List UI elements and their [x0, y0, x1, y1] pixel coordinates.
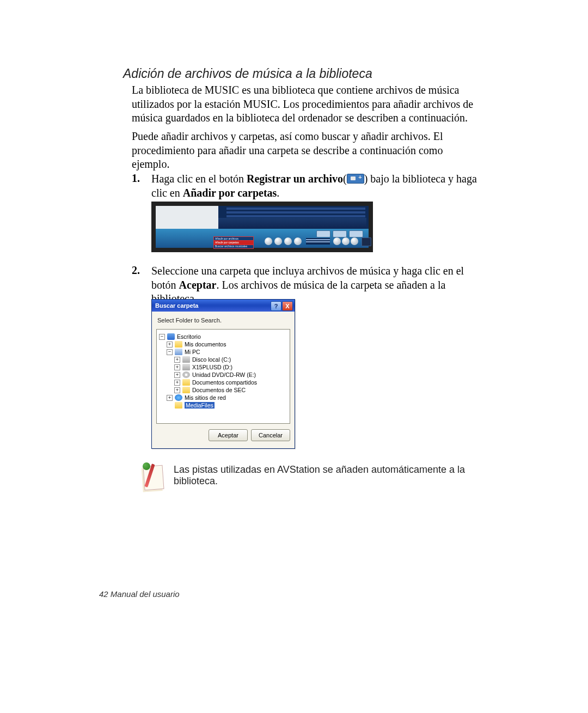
- tree-label-selected: MediaFiles: [185, 402, 215, 409]
- page-number: 42: [99, 589, 108, 599]
- step-1-prefix: Haga clic en el botón: [151, 173, 247, 185]
- player-mid-bar: [218, 218, 366, 229]
- tree-row-shared-docs[interactable]: Documentos compartidos: [159, 379, 287, 386]
- expand-icon[interactable]: [174, 364, 180, 370]
- folder-icon: [175, 402, 182, 409]
- cancel-button[interactable]: Cancelar: [251, 429, 290, 441]
- step-1-number: 1.: [132, 172, 140, 185]
- progress-indicator: [306, 238, 330, 245]
- computer-icon: [175, 349, 182, 355]
- tree-label: X15PLUSD (D:): [192, 364, 232, 370]
- player-screenshot: Añadir por archivos Añadir por carpetas …: [151, 202, 373, 252]
- folder-icon: [182, 387, 190, 393]
- register-file-menu[interactable]: Añadir por archivos Añadir por carpetas …: [213, 236, 254, 249]
- expand-icon[interactable]: [159, 334, 165, 340]
- help-button[interactable]: ?: [271, 301, 281, 311]
- tree-row-desktop[interactable]: Escritorio: [159, 333, 287, 340]
- mode-button-1[interactable]: [362, 237, 371, 246]
- expand-icon[interactable]: [174, 387, 180, 393]
- tree-label: Documentos compartidos: [192, 379, 257, 386]
- player-top-bars: [226, 208, 365, 217]
- tree-row-drive-d[interactable]: X15PLUSD (D:): [159, 363, 287, 371]
- pill-button-1[interactable]: [316, 230, 330, 237]
- expand-icon[interactable]: [167, 395, 173, 401]
- menu-item-add-by-folders[interactable]: Añadir por carpetas: [214, 241, 253, 245]
- tree-row-my-pc[interactable]: Mi PC: [159, 348, 287, 356]
- tree-label: Escritorio: [177, 333, 201, 340]
- ok-button[interactable]: Aceptar: [209, 429, 248, 441]
- dialog-titlebar[interactable]: Buscar carpeta ? X: [152, 300, 295, 312]
- folder-icon: [182, 379, 190, 386]
- register-file-label: Registrar un archivo: [247, 173, 343, 185]
- footer-label: Manual del usuario: [108, 589, 180, 599]
- drive-icon: [182, 356, 190, 363]
- step-1-suffix: .: [277, 187, 279, 199]
- expand-icon[interactable]: [174, 357, 180, 363]
- browse-folder-dialog: Buscar carpeta ? X Select Folder to Sear…: [151, 299, 295, 449]
- page-footer: 42 Manual del usuario: [99, 589, 180, 599]
- note-icon: [140, 462, 164, 491]
- add-by-folders-label: Añadir por carpetas: [183, 187, 277, 199]
- note-text: Las pistas utilizadas en AVStation se añ…: [174, 464, 480, 487]
- expand-icon[interactable]: [174, 372, 180, 378]
- desktop-icon: [167, 333, 175, 340]
- close-button[interactable]: X: [282, 301, 293, 311]
- vol-button-1[interactable]: [333, 237, 341, 245]
- tree-row-my-documents[interactable]: Mis documentos: [159, 340, 287, 348]
- pill-button-3[interactable]: [349, 230, 363, 237]
- expand-icon[interactable]: [174, 380, 180, 386]
- menu-item-add-by-files[interactable]: Añadir por archivos: [214, 237, 253, 241]
- tree-label: Disco local (C:): [192, 356, 231, 363]
- prev-button[interactable]: [294, 237, 302, 245]
- tree-label: Documentos de SEC: [192, 387, 246, 393]
- drive-icon: [182, 364, 190, 370]
- vol-button-2[interactable]: [342, 237, 350, 245]
- accept-label: Aceptar: [179, 279, 217, 291]
- tree-label: Mis sitios de red: [185, 394, 226, 401]
- tree-label: Mi PC: [185, 349, 200, 355]
- tree-row-dvd[interactable]: Unidad DVD/CD-RW (E:): [159, 371, 287, 379]
- tree-row-mediafiles[interactable]: MediaFiles: [159, 401, 287, 409]
- play-button[interactable]: [265, 237, 272, 245]
- step-2-number: 2.: [132, 264, 140, 277]
- menu-item-search-music[interactable]: Buscar archivos musicales: [214, 245, 253, 248]
- tree-label: Mis documentos: [185, 341, 226, 348]
- tree-row-sec-docs[interactable]: Documentos de SEC: [159, 386, 287, 394]
- vol-button-3[interactable]: [351, 237, 358, 245]
- register-file-icon: [347, 174, 364, 184]
- paragraph-1: La biblioteca de MUSIC es una biblioteca…: [132, 83, 480, 125]
- paren-close: ): [364, 173, 371, 185]
- tree-row-drive-c[interactable]: Disco local (C:): [159, 356, 287, 363]
- step-1-text: Haga clic en el botón Registrar un archi…: [151, 172, 480, 200]
- tree-label: Unidad DVD/CD-RW (E:): [192, 371, 256, 378]
- dialog-button-row: Aceptar Cancelar: [152, 424, 295, 441]
- stop-button[interactable]: [274, 237, 282, 245]
- expand-icon[interactable]: [167, 342, 173, 348]
- expand-icon[interactable]: [167, 349, 173, 355]
- paragraph-2: Puede añadir archivos y carpetas, así co…: [132, 130, 480, 172]
- network-icon: [175, 394, 182, 401]
- section-heading: Adición de archivos de música a la bibli…: [123, 66, 372, 81]
- paren-open: (: [343, 173, 347, 185]
- dialog-title: Buscar carpeta: [155, 302, 199, 309]
- folder-icon: [175, 341, 182, 348]
- tree-row-network[interactable]: Mis sitios de red: [159, 394, 287, 401]
- disc-icon: [182, 371, 190, 378]
- next-button[interactable]: [284, 237, 292, 245]
- pill-button-2[interactable]: [333, 230, 347, 237]
- dialog-message: Select Folder to Search.: [152, 312, 295, 324]
- folder-tree[interactable]: Escritorio Mis documentos Mi PC Disco lo…: [156, 329, 290, 424]
